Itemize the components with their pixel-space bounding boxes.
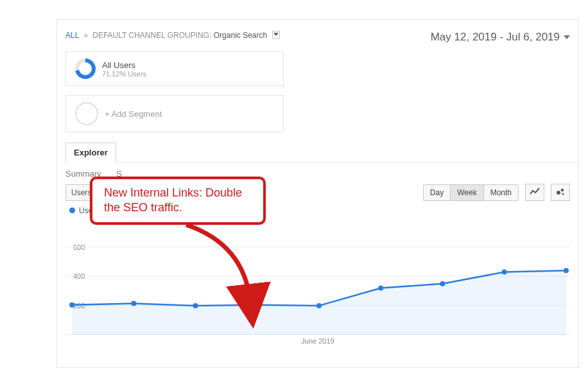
chevron-right-icon: »: [83, 31, 88, 40]
tab-bar: Explorer: [65, 143, 579, 162]
breadcrumb-group-label: DEFAULT CHANNEL GROUPING:: [92, 31, 211, 40]
svg-point-8: [69, 302, 74, 308]
breadcrumb-all-link[interactable]: ALL: [65, 31, 79, 40]
caret-down-icon: [564, 35, 570, 39]
annotation-arrow-icon: [173, 218, 302, 321]
add-segment-button[interactable]: + Add Segment: [65, 95, 284, 132]
breadcrumb-dropdown-button[interactable]: [272, 31, 280, 39]
breadcrumb-group-value: Organic Search: [214, 31, 267, 40]
tab-explorer[interactable]: Explorer: [65, 143, 116, 162]
svg-point-0: [557, 191, 560, 195]
segment-subtitle: 71.12% Users: [102, 70, 146, 78]
toggle-day[interactable]: Day: [423, 184, 450, 201]
date-range-picker[interactable]: May 12, 2019 - Jul 6, 2019: [431, 31, 570, 44]
svg-point-1: [561, 189, 564, 191]
breadcrumb: ALL » DEFAULT CHANNEL GROUPING: Organic …: [65, 31, 280, 40]
donut-icon: [75, 58, 96, 79]
annotation-text: New Internal Links: Double the SEO traff…: [104, 186, 242, 214]
svg-point-14: [440, 281, 445, 286]
date-range-text: May 12, 2019 - Jul 6, 2019: [431, 31, 560, 44]
segment-title: All Users: [102, 60, 146, 70]
segment-all-users[interactable]: All Users 71.12% Users: [65, 51, 284, 86]
chart-type-button[interactable]: [525, 184, 544, 201]
svg-point-9: [131, 301, 136, 306]
svg-point-2: [562, 193, 564, 195]
add-segment-label: + Add Segment: [105, 109, 162, 119]
legend-dot-icon: [69, 207, 75, 213]
empty-circle-icon: [75, 102, 98, 125]
time-granularity-toggle: Day Week Month: [423, 184, 519, 201]
toggle-week[interactable]: Week: [450, 184, 483, 201]
svg-point-13: [378, 286, 383, 291]
xtick-june: June 2019: [301, 337, 334, 345]
line-chart: 600 400 200 June 2019: [65, 218, 570, 335]
svg-point-16: [564, 268, 569, 273]
svg-point-15: [502, 269, 507, 274]
toggle-month[interactable]: Month: [483, 184, 519, 201]
chart-svg: [65, 218, 570, 335]
annotation-callout: New Internal Links: Double the SEO traff…: [90, 177, 266, 225]
bubble-icon: [555, 187, 566, 196]
svg-point-12: [316, 303, 322, 308]
line-chart-icon: [530, 187, 540, 196]
metric-select-label: Users: [71, 188, 91, 197]
svg-marker-7: [72, 270, 566, 335]
motion-chart-button[interactable]: [551, 184, 570, 201]
